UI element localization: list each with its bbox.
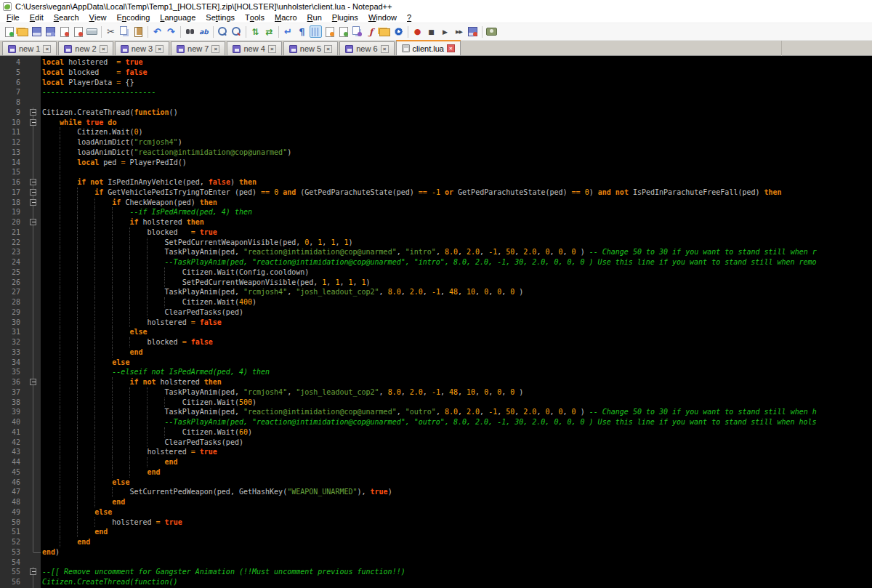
tab-close-icon[interactable]: × [324,45,332,53]
function-list-icon[interactable] [323,25,336,38]
code-line-18: 18 if CheckWeapon(ped) then [0,198,872,208]
undo-icon[interactable]: ↶ [151,25,164,38]
monitoring-icon[interactable] [392,25,405,38]
tab-new-1[interactable]: new 1× [2,41,57,55]
menu-item-settings[interactable]: Settings [201,12,240,23]
save-all-icon[interactable] [44,25,57,38]
tab-label: client.lua [413,44,444,53]
code-line-11: 11 Citizen.Wait(0) [0,127,872,137]
menu-item-search[interactable]: Search [49,12,84,23]
fold-margin [26,267,41,278]
menu-item-macro[interactable]: Macro [270,12,302,23]
fold-margin [26,278,41,288]
menu-item-tools[interactable]: Tools [240,12,270,23]
fold-margin[interactable] [26,177,41,188]
tab-close-icon[interactable]: × [211,45,219,53]
fold-margin [26,487,41,497]
clipboard-history-icon[interactable] [351,25,363,38]
tab-close-icon[interactable]: × [268,45,276,53]
code-line-32: 32 blocked = false [0,337,872,347]
macro-record-icon[interactable]: ● [411,25,424,38]
code-line-35: 35 --elseif not IsPedArmed(ped, 4) then [0,367,872,377]
macro-run-multiple-icon[interactable]: ▶▶ [453,25,465,38]
fold-margin[interactable] [26,217,41,227]
sync-vertical-icon[interactable]: ⇅ [249,25,262,38]
code-text: --elseif not IsPedArmed(ped, 4) then [41,367,872,377]
editor[interactable]: 4local holstered = true5local blocked = … [0,56,872,588]
code-text: if not holstered then [41,377,872,387]
fold-margin [26,207,41,217]
menu-item-file[interactable]: File [1,12,25,23]
macro-play-icon[interactable]: ▶ [439,25,451,38]
menu-item-edit[interactable]: Edit [25,12,49,23]
code-text: blocked = true [41,227,872,238]
menu-item-plugins[interactable]: Plugins [327,12,363,23]
new-file-icon[interactable] [3,25,15,38]
code-text: Citizen.Wait(Config.cooldown) [41,267,872,278]
print-icon[interactable] [86,25,98,38]
fold-margin[interactable] [26,567,41,577]
open-file-icon[interactable] [17,25,29,38]
show-all-characters-icon[interactable]: ¶ [296,25,308,38]
tab-new-6[interactable]: new 6× [339,41,394,55]
zoom-out-icon[interactable] [230,25,243,38]
tab-client.lua[interactable]: client.lua× [396,40,461,55]
code-text: Citizen.Wait(400) [41,297,872,307]
fold-margin[interactable] [26,108,41,118]
line-number: 29 [0,307,26,318]
menu-item-language[interactable]: Language [155,12,201,23]
code-line-30: 30 holstered = false [0,318,872,328]
fold-margin [26,387,41,398]
fold-margin [26,398,41,408]
code-line-41: 41 Citizen.Wait(60) [0,427,872,438]
fold-margin [26,137,41,148]
code-line-52: 52 end [0,537,872,547]
fold-margin [26,347,41,358]
tab-new-7[interactable]: new 7× [171,41,225,55]
fold-margin[interactable] [26,188,41,198]
cut-icon[interactable]: ✂ [105,25,117,38]
tab-close-icon[interactable]: × [100,45,108,53]
zoom-in-icon[interactable] [217,25,229,38]
line-number: 39 [0,407,26,417]
fold-margin[interactable] [26,198,41,208]
macro-save-icon[interactable] [467,25,479,38]
line-number: 24 [0,257,26,267]
folder-workspace-icon[interactable] [379,25,391,38]
tab-new-3[interactable]: new 3× [115,41,169,55]
toolbar-separator [213,26,214,38]
close-all-icon[interactable] [72,25,84,38]
menu-item-run[interactable]: Run [302,12,327,23]
replace-icon[interactable]: ab [198,25,210,38]
tab-close-icon[interactable]: × [381,45,389,53]
save-icon[interactable] [31,25,43,38]
tab-new-2[interactable]: new 2× [58,41,113,55]
menu-item-help[interactable]: ? [402,12,416,23]
fold-margin[interactable] [26,118,41,128]
menu-item-window[interactable]: Window [363,12,402,23]
sync-horizontal-icon[interactable]: ⇄ [263,25,275,38]
menu-item-view[interactable]: View [84,12,112,23]
menu-item-encoding[interactable]: Encoding [111,12,155,23]
tab-close-icon[interactable]: × [156,45,164,53]
find-icon[interactable] [184,25,196,38]
document-map-icon[interactable] [337,25,350,38]
fold-margin[interactable] [26,377,41,387]
code-line-44: 44 end [0,457,872,467]
plugin-camera-icon[interactable] [485,25,498,38]
paste-icon[interactable] [132,25,145,38]
macro-stop-icon[interactable]: ■ [425,25,437,38]
close-icon[interactable] [58,25,70,38]
copy-icon[interactable] [118,25,131,38]
line-number: 17 [0,188,26,198]
redo-icon[interactable]: ↷ [165,25,177,38]
word-wrap-icon[interactable]: ↵ [282,25,294,38]
tab-new-4[interactable]: new 4× [227,41,281,55]
show-indent-guide-icon[interactable] [310,25,322,38]
line-number: 38 [0,398,26,408]
tab-close-icon[interactable]: × [447,44,455,52]
tab-new-5[interactable]: new 5× [283,41,338,55]
tab-close-icon[interactable]: × [43,45,51,53]
line-number: 51 [0,527,26,537]
script-icon[interactable]: ƒ [365,25,377,38]
